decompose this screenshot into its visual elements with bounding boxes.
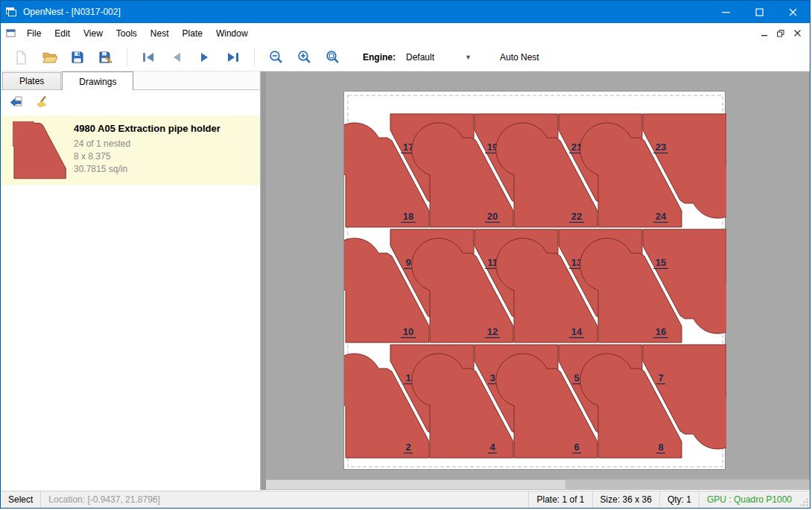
drawing-item[interactable]: 4980 A05 Extraction pipe holder 24 of 1 … xyxy=(1,115,260,185)
sidebar-tabstrip: Plates Drawings xyxy=(1,71,260,90)
app-icon xyxy=(1,6,22,18)
mdi-minimize-button[interactable] xyxy=(756,26,773,41)
part-number-bottom: 12 xyxy=(487,326,498,337)
part-number-top: 9 xyxy=(405,257,410,268)
import-drawing-button[interactable] xyxy=(5,93,26,112)
close-button[interactable] xyxy=(776,1,810,23)
content-area: Plates Drawings xyxy=(1,71,810,490)
status-qty: Qty: 1 xyxy=(659,491,699,508)
engine-select[interactable]: Default ▼ xyxy=(402,50,476,65)
drawing-dimensions: 8 x 8.375 xyxy=(74,150,256,163)
part-number-bottom: 16 xyxy=(656,326,666,337)
zoom-out-button[interactable] xyxy=(264,46,288,68)
previous-arrow-icon xyxy=(169,50,184,65)
part-number-bottom: 10 xyxy=(403,326,413,337)
scrollbar-thumb[interactable] xyxy=(266,480,565,489)
part-number-bottom: 14 xyxy=(571,326,583,337)
tab-drawings[interactable]: Drawings xyxy=(62,71,133,90)
zoom-fit-button[interactable] xyxy=(320,46,344,68)
part-number-top: 3 xyxy=(489,372,495,383)
drawing-nested-count: 24 of 1 nested xyxy=(74,138,256,150)
nest-tile: 2324 xyxy=(580,114,726,227)
broom-icon xyxy=(34,95,48,110)
first-plate-button[interactable] xyxy=(136,46,160,68)
save-edit-icon xyxy=(98,50,113,65)
minimize-button[interactable] xyxy=(709,1,743,23)
chevron-down-icon: ▼ xyxy=(465,54,472,61)
next-plate-button[interactable] xyxy=(193,46,217,68)
menu-bar: File Edit View Tools Nest Plate Window xyxy=(1,23,810,43)
mdi-window-controls xyxy=(756,26,810,41)
menu-item-tools[interactable]: Tools xyxy=(110,25,144,42)
open-button[interactable] xyxy=(37,46,61,68)
canvas-gutter xyxy=(261,71,266,490)
menu-item-nest[interactable]: Nest xyxy=(144,25,176,42)
part-number-top: 23 xyxy=(656,141,666,153)
previous-plate-button[interactable] xyxy=(165,46,188,68)
part-number-bottom: 18 xyxy=(403,211,413,222)
drawings-toolbar xyxy=(1,90,260,115)
status-gpu: GPU : Quadro P1000 xyxy=(699,491,799,508)
engine-label: Engine: xyxy=(363,52,396,63)
resize-grip[interactable] xyxy=(799,491,810,508)
status-size: Size: 36 x 36 xyxy=(592,491,659,508)
zoom-in-button[interactable] xyxy=(292,46,316,68)
part-number-top: 7 xyxy=(658,372,663,383)
status-mode: Select xyxy=(1,491,41,508)
zoom-in-icon xyxy=(296,49,312,65)
status-bar: Select Location: [-0.9437, 21.8796] Plat… xyxy=(1,491,810,508)
mdi-child-icon xyxy=(1,28,20,39)
horizontal-scrollbar[interactable] xyxy=(266,479,810,490)
new-button[interactable] xyxy=(9,46,33,68)
part-number-top: 1 xyxy=(405,372,410,383)
part-number-top: 5 xyxy=(574,372,579,383)
status-location: Location: [-0.9437, 21.8796] xyxy=(41,491,528,508)
drawing-area: 30.7815 sq/in xyxy=(74,163,256,176)
menu-item-plate[interactable]: Plate xyxy=(176,25,209,42)
save-as-button[interactable] xyxy=(94,46,118,68)
drawing-list: 4980 A05 Extraction pipe holder 24 of 1 … xyxy=(1,115,260,490)
status-plate: Plate: 1 of 1 xyxy=(528,491,591,508)
first-arrow-icon xyxy=(141,50,156,65)
menu-item-edit[interactable]: Edit xyxy=(48,25,77,42)
part-number-bottom: 24 xyxy=(656,211,667,222)
toolbar-separator xyxy=(127,48,127,66)
nest-svg: 171819202122232491011121314151612345678 xyxy=(344,92,726,471)
nest-canvas[interactable]: 171819202122232491011121314151612345678 xyxy=(261,71,810,490)
mdi-restore-button[interactable] xyxy=(773,26,789,41)
window-title: OpenNest - [N0317-002] xyxy=(22,7,709,17)
tab-plates[interactable]: Plates xyxy=(2,72,61,89)
main-toolbar: Engine: Default ▼ Auto Nest xyxy=(1,43,810,71)
clean-button[interactable] xyxy=(31,93,51,112)
part-number-bottom: 20 xyxy=(487,211,498,222)
plate[interactable]: 171819202122232491011121314151612345678 xyxy=(343,91,726,470)
part-number-bottom: 22 xyxy=(571,211,582,222)
title-bar: OpenNest - [N0317-002] xyxy=(1,1,810,23)
engine-value: Default xyxy=(406,52,434,63)
mdi-close-button[interactable] xyxy=(789,26,805,41)
part-number-bottom: 8 xyxy=(658,442,663,453)
import-drawing-icon xyxy=(8,95,23,110)
nest-tile: 1516 xyxy=(580,229,726,342)
nest-tile: 78 xyxy=(580,345,726,458)
app-window: OpenNest - [N0317-002] File Edit View To… xyxy=(0,0,811,509)
open-folder-icon xyxy=(42,49,57,65)
menu-item-window[interactable]: Window xyxy=(209,25,255,42)
zoom-out-icon xyxy=(268,49,284,65)
part-number-top: 15 xyxy=(656,257,666,268)
save-icon xyxy=(70,50,85,65)
menu-item-file[interactable]: File xyxy=(20,25,48,42)
menu-item-view[interactable]: View xyxy=(77,25,110,42)
part-number-bottom: 2 xyxy=(405,442,410,453)
zoom-fit-icon xyxy=(325,49,340,65)
sidebar: Plates Drawings xyxy=(1,71,261,490)
toolbar-separator xyxy=(254,48,255,66)
drawing-thumbnail xyxy=(5,121,74,179)
save-button[interactable] xyxy=(66,46,89,68)
next-arrow-icon xyxy=(197,50,212,65)
last-plate-button[interactable] xyxy=(221,46,245,68)
auto-nest-button[interactable]: Auto Nest xyxy=(494,49,545,66)
part-number-bottom: 4 xyxy=(489,442,495,453)
new-file-icon xyxy=(13,50,28,65)
maximize-button[interactable] xyxy=(743,1,776,23)
